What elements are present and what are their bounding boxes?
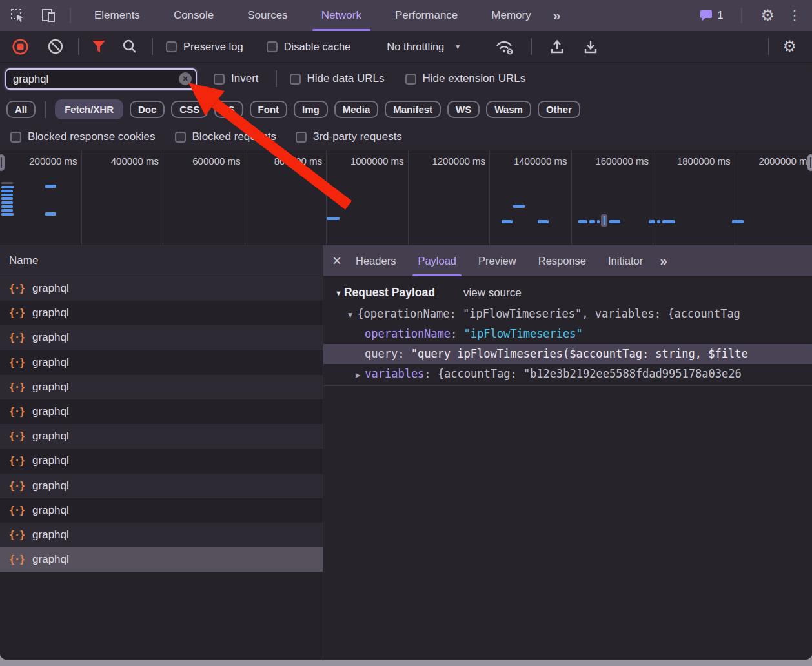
type-chip-other[interactable]: Other bbox=[538, 101, 580, 118]
import-har-button[interactable] bbox=[549, 38, 565, 55]
preserve-log-checkbox[interactable] bbox=[166, 41, 177, 52]
type-chip-img[interactable]: Img bbox=[294, 101, 328, 118]
request-row[interactable]: {·}graphql bbox=[0, 325, 323, 350]
details-tab-headers[interactable]: Headers bbox=[356, 245, 396, 276]
blocked-requests-checkbox[interactable] bbox=[175, 132, 186, 143]
inspect-element-button[interactable] bbox=[6, 5, 28, 26]
device-toolbar-button[interactable] bbox=[36, 5, 61, 26]
tab-network[interactable]: Network bbox=[321, 0, 361, 31]
type-chip-doc[interactable]: Doc bbox=[130, 101, 165, 118]
view-source-link[interactable]: view source bbox=[463, 287, 522, 299]
timeline-tick: 1000000 ms bbox=[327, 150, 409, 245]
waterfall-bar bbox=[609, 220, 620, 223]
details-tab-payload[interactable]: Payload bbox=[418, 245, 456, 276]
record-network-log-button[interactable] bbox=[12, 38, 29, 56]
timeline-tick: 1200000 ms bbox=[409, 150, 491, 245]
filter-toggle-button[interactable] bbox=[91, 39, 107, 54]
disable-cache-label: Disable cache bbox=[284, 41, 351, 53]
network-overview-timeline[interactable]: 200000 ms400000 ms600000 ms800000 ms1000… bbox=[0, 150, 812, 245]
overview-right-grip[interactable] bbox=[807, 154, 812, 171]
request-row[interactable]: {·}graphql bbox=[0, 474, 323, 498]
type-chip-css[interactable]: CSS bbox=[171, 101, 208, 118]
payload-line[interactable]: ▼{operationName: "ipFlowTimeseries", var… bbox=[323, 304, 812, 324]
customize-menu-icon[interactable]: ⋮ bbox=[784, 8, 806, 23]
payload-tree: ▼{operationName: "ipFlowTimeseries", var… bbox=[323, 304, 812, 386]
waterfall-bar bbox=[732, 220, 744, 223]
waterfall-bar bbox=[513, 205, 525, 208]
more-details-tabs-icon[interactable]: » bbox=[660, 253, 666, 268]
network-toolbar: Preserve log Disable cache No throttling… bbox=[0, 31, 812, 63]
payload-line[interactable]: operationName: "ipFlowTimeseries" bbox=[323, 324, 812, 344]
type-chip-ws[interactable]: WS bbox=[447, 101, 480, 118]
request-payload-header[interactable]: ▼ Request Payload view source bbox=[323, 276, 812, 304]
tab-elements[interactable]: Elements bbox=[94, 0, 140, 31]
waterfall-bar bbox=[502, 220, 513, 223]
tab-memory[interactable]: Memory bbox=[491, 0, 531, 31]
type-chip-media[interactable]: Media bbox=[334, 101, 379, 118]
details-tab-response[interactable]: Response bbox=[538, 245, 586, 276]
request-name: graphql bbox=[32, 504, 69, 517]
close-icon[interactable]: × bbox=[332, 253, 341, 268]
payload-line[interactable]: ▶variables: {accountTag: "b12e3b2192ee55… bbox=[323, 364, 812, 384]
search-button[interactable] bbox=[122, 39, 137, 54]
request-row[interactable]: {·}graphql bbox=[0, 350, 323, 375]
clear-network-log-button[interactable] bbox=[47, 38, 64, 55]
payload-key-text: operationName bbox=[365, 327, 451, 340]
hide-data-urls-checkbox[interactable] bbox=[290, 74, 301, 85]
type-chip-manifest[interactable]: Manifest bbox=[385, 101, 441, 118]
json-braces-icon: {·} bbox=[9, 455, 25, 467]
network-conditions-button[interactable] bbox=[494, 38, 515, 56]
devtools-tab-bar: ElementsConsoleSourcesNetworkPerformance… bbox=[0, 0, 812, 31]
type-chip-all[interactable]: All bbox=[6, 101, 36, 118]
expander-triangle-icon: ▼ bbox=[348, 310, 352, 319]
details-tab-initiator[interactable]: Initiator bbox=[608, 245, 643, 276]
network-settings-gear-icon[interactable]: ⚙ bbox=[782, 39, 797, 54]
3rd-party-requests-label: 3rd-party requests bbox=[313, 130, 402, 143]
tab-console[interactable]: Console bbox=[174, 0, 214, 31]
request-name: graphql bbox=[32, 356, 69, 369]
type-chip-font[interactable]: Font bbox=[250, 101, 287, 118]
payload-pane: ▼ Request Payload view source ▼{operatio… bbox=[323, 276, 812, 660]
json-braces-icon: {·} bbox=[9, 283, 25, 294]
throttling-select[interactable]: No throttling ▼ bbox=[387, 41, 461, 53]
clear-filter-icon[interactable]: × bbox=[179, 72, 192, 85]
payload-string-text: "ipFlowTimeseries" bbox=[464, 327, 583, 340]
request-row[interactable]: {·}graphql bbox=[0, 498, 323, 523]
hide-extension-urls-group: Hide extension URLs bbox=[405, 72, 526, 85]
overview-left-grip[interactable] bbox=[0, 154, 5, 171]
waterfall-bar bbox=[578, 220, 587, 223]
blocked-response-cookies-checkbox[interactable] bbox=[10, 132, 21, 143]
issues-button[interactable]: 1 bbox=[699, 9, 724, 22]
clear-icon bbox=[47, 38, 64, 55]
3rd-party-requests-checkbox[interactable] bbox=[296, 132, 307, 143]
type-chip-fetch-xhr[interactable]: Fetch/XHR bbox=[55, 99, 123, 119]
request-row[interactable]: {·}graphql bbox=[0, 399, 323, 424]
request-row[interactable]: {·}graphql bbox=[0, 375, 323, 399]
payload-plain-text: : {accountTag: "b12e3b2192ee5588fdad9951… bbox=[424, 367, 741, 380]
request-row[interactable]: {·}graphql bbox=[0, 449, 323, 473]
details-tab-preview[interactable]: Preview bbox=[478, 245, 516, 276]
filter-input[interactable] bbox=[6, 73, 196, 85]
request-row[interactable]: {·}graphql bbox=[0, 547, 323, 572]
payload-plain-text: : bbox=[451, 327, 463, 340]
export-har-button[interactable] bbox=[582, 38, 599, 55]
request-row[interactable]: {·}graphql bbox=[0, 523, 323, 547]
request-row[interactable]: {·}graphql bbox=[0, 301, 323, 325]
request-row[interactable]: {·}graphql bbox=[0, 424, 323, 449]
json-braces-icon: {·} bbox=[9, 357, 25, 368]
payload-line[interactable]: query: "query ipFlowTimeseries($accountT… bbox=[323, 344, 812, 364]
type-chip-wasm[interactable]: Wasm bbox=[486, 101, 531, 118]
disable-cache-group: Disable cache bbox=[267, 41, 351, 53]
payload-plain-text: {operationName: "ipFlowTimeseries", vari… bbox=[357, 307, 740, 320]
settings-gear-icon[interactable]: ⚙ bbox=[760, 8, 775, 23]
invert-checkbox[interactable] bbox=[214, 74, 225, 85]
name-column-header[interactable]: Name bbox=[0, 245, 323, 276]
disable-cache-checkbox[interactable] bbox=[267, 41, 278, 52]
record-icon bbox=[12, 38, 29, 56]
request-row[interactable]: {·}graphql bbox=[0, 276, 323, 301]
tab-sources[interactable]: Sources bbox=[247, 0, 287, 31]
hide-extension-urls-checkbox[interactable] bbox=[405, 74, 416, 85]
more-tabs-icon[interactable]: » bbox=[553, 8, 560, 23]
type-chip-js[interactable]: JS bbox=[214, 101, 243, 118]
tab-performance[interactable]: Performance bbox=[395, 0, 458, 31]
